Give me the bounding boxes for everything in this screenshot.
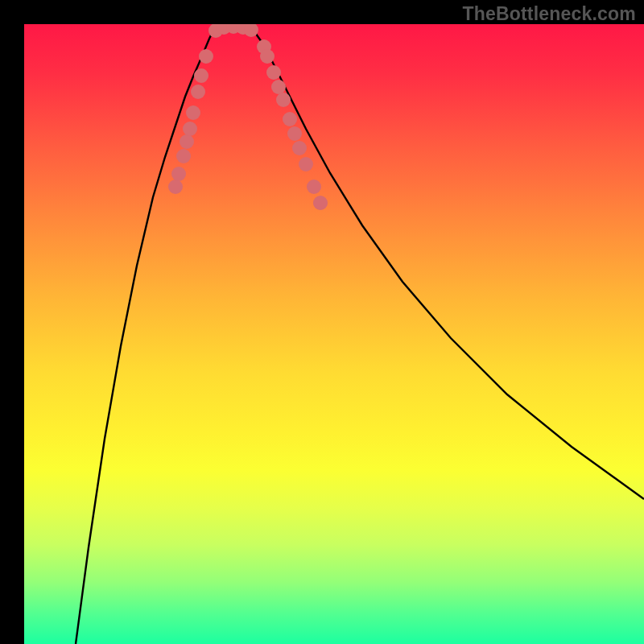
marker-dot <box>199 49 213 64</box>
marker-dot <box>183 122 197 136</box>
watermark-label: TheBottleneck.com <box>462 3 636 25</box>
marker-dot <box>186 105 200 120</box>
marker-dot <box>299 157 313 171</box>
marker-dot <box>283 112 297 126</box>
marker-dot <box>271 80 286 94</box>
marker-dot <box>307 180 321 194</box>
curve-layer <box>24 24 644 644</box>
marker-dot <box>194 68 208 83</box>
marker-dot <box>180 134 194 149</box>
marker-dot <box>176 149 191 163</box>
plot-area <box>24 24 644 644</box>
bottleneck-curve <box>76 26 644 644</box>
marker-dot <box>276 93 291 107</box>
marker-dot <box>171 167 186 181</box>
marker-dot <box>287 126 302 141</box>
chart-container: TheBottleneck.com <box>0 0 644 644</box>
marker-group <box>168 24 328 210</box>
marker-dot <box>266 65 281 80</box>
marker-dot <box>260 49 275 64</box>
marker-dot <box>191 85 205 99</box>
marker-dot <box>292 141 307 155</box>
marker-dot <box>168 180 183 194</box>
marker-dot <box>313 196 328 210</box>
